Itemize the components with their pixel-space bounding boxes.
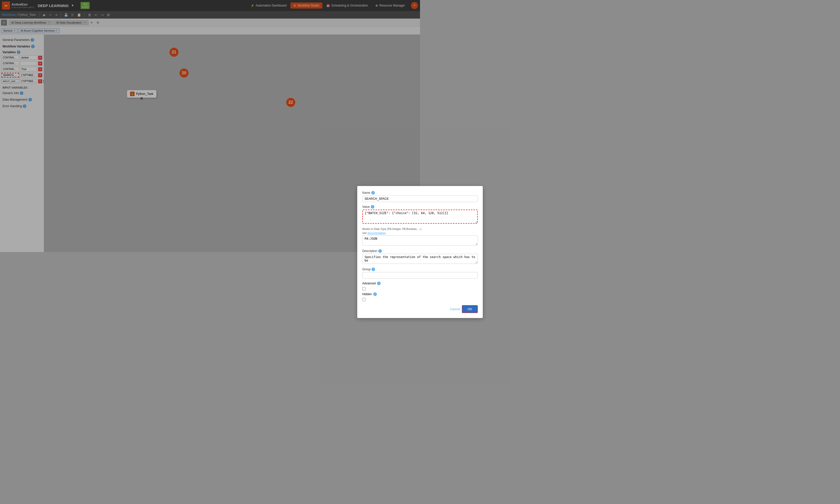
modal-name-field: Name i — [362, 191, 420, 202]
modal-type-textarea[interactable] — [362, 235, 420, 246]
see-documentation: see documentation. — [362, 231, 420, 234]
modal-overlay[interactable]: Name i Value i Model or Data Type (PA:In… — [0, 0, 420, 252]
modal-type-field — [362, 235, 420, 246]
doc-link[interactable]: documentation — [368, 231, 386, 234]
modal-description-field: Description i — [362, 249, 420, 252]
model-type-hint: Model or Data Type (PA:Integer, PA:Boole… — [362, 228, 420, 230]
modal-value-textarea[interactable] — [362, 210, 420, 223]
modal-name-input[interactable] — [362, 196, 420, 202]
modal-description-label: Description i — [362, 249, 420, 252]
modal-value-label: Value i — [362, 205, 420, 209]
value-info-icon[interactable]: i — [371, 205, 374, 209]
modal-value-field: Value i — [362, 205, 420, 224]
modal-name-label: Name i — [362, 191, 420, 195]
description-info-icon[interactable]: i — [378, 249, 382, 252]
name-info-icon[interactable]: i — [371, 191, 375, 195]
modal-dialog: Name i Value i Model or Data Type (PA:In… — [357, 186, 420, 252]
